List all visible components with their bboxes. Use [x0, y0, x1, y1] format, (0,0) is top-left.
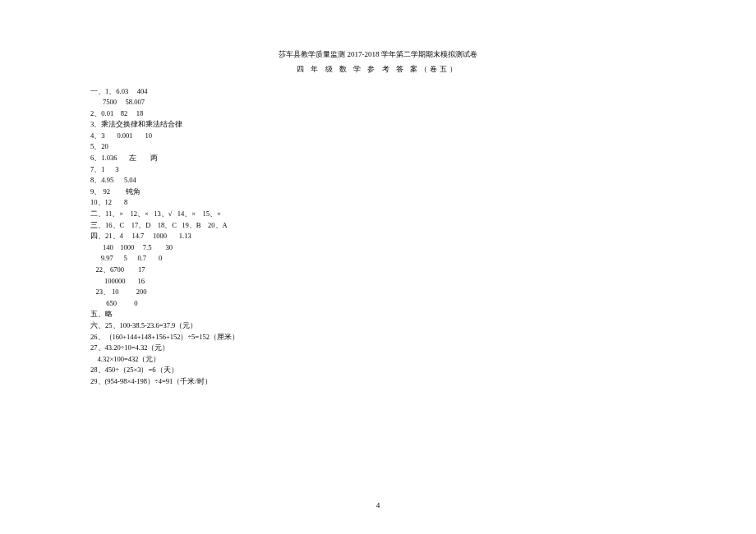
answer-line: 四、21、4 14.7 1000 1.13 [90, 231, 666, 242]
answer-line: 二、11、× 12、× 13、√ 14、× 15、× [90, 209, 666, 220]
answer-line: 一、1、6.03 404 [90, 86, 666, 98]
answer-line: 28、450÷（25×3）=6（天） [90, 365, 666, 376]
answer-line: 五、略 [90, 309, 666, 320]
answer-line: 26、（160+144+148+156+152）÷5=152（厘米） [90, 332, 666, 343]
answer-line: 3、乘法交换律和乘法结合律 [90, 119, 666, 131]
answer-line: 7500 58.007 [90, 97, 666, 108]
page-number: 4 [0, 501, 756, 509]
answer-line: 4.32×100=432（元） [90, 354, 666, 366]
answer-line: 4、3 0.001 10 [90, 131, 666, 142]
answer-line: 140 1000 7.5 30 [90, 242, 666, 254]
answer-line: 8、4.95 5.04 [90, 175, 666, 186]
answer-line: 9、 92 钝角 [90, 186, 666, 198]
document-title: 莎车县教学质量监测 2017-2018 学年第二学期期末模拟测试卷 [90, 49, 666, 61]
answer-line: 27、43.20÷10=4.32（元） [90, 343, 666, 354]
document-page: 莎车县教学质量监测 2017-2018 学年第二学期期末模拟测试卷 四 年 级 … [0, 0, 756, 388]
answer-line: 7、1 3 [90, 164, 666, 176]
answer-line: 22、6700 17 [90, 265, 666, 276]
document-subtitle: 四 年 级 数 学 参 考 答 案（卷五） [90, 64, 666, 75]
answer-line: 三、16、C 17、D 18、C 19、B 20、A [90, 220, 666, 232]
answer-line: 10、12 8 [90, 197, 666, 209]
answer-line: 9.97 5 0.7 0 [90, 253, 666, 265]
answer-content: 一、1、6.03 404 7500 58.007 2、0.01 82 18 3、… [90, 86, 666, 388]
answer-line: 5、20 [90, 141, 666, 153]
answer-line: 100000 16 [90, 276, 666, 288]
answer-line: 23、 10 200 [90, 287, 666, 298]
answer-line: 六、25、100-38.5-23.6=37.9（元） [90, 320, 666, 332]
answer-line: 6、1.036 左 两 [90, 153, 666, 164]
answer-line: 650 0 [90, 298, 666, 310]
answer-line: 29、(954-98×4-198）÷4=91（千米/时） [90, 376, 666, 388]
answer-line: 2、0.01 82 18 [90, 108, 666, 120]
